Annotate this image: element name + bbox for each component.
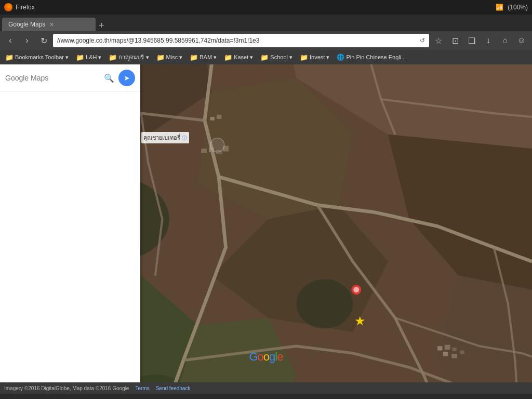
download-button[interactable]: ↓ bbox=[481, 33, 496, 48]
tab-close-button[interactable]: × bbox=[49, 20, 54, 29]
url-icons: ↺ bbox=[420, 37, 425, 44]
battery-icon: (100%) bbox=[508, 4, 528, 11]
tab-bar: Google Maps × + bbox=[0, 15, 532, 31]
maps-sidebar: 🔍 ➤ bbox=[0, 64, 140, 382]
bookmark-label: Bookmarks Toolbar ▾ bbox=[15, 54, 69, 61]
svg-rect-22 bbox=[437, 346, 443, 350]
imagery-credit: Imagery ©2016 DigitalGlobe, Map data ©20… bbox=[4, 385, 129, 391]
bookmark-misc[interactable]: 📁 Misc ▾ bbox=[153, 52, 186, 62]
folder-icon: 📁 bbox=[260, 54, 269, 61]
bookmark-kanchanaburi[interactable]: 📁 กาญจนบุรี ▾ bbox=[105, 51, 152, 63]
feedback-link[interactable]: Send feedback bbox=[156, 385, 191, 391]
svg-rect-16 bbox=[201, 149, 207, 153]
firefox-icon bbox=[4, 3, 12, 11]
pocket-button[interactable]: ❑ bbox=[464, 33, 479, 48]
statusbar: Imagery ©2016 DigitalGlobe, Map data ©20… bbox=[0, 382, 532, 394]
folder-icon: 📁 bbox=[156, 54, 165, 61]
active-tab[interactable]: Google Maps × bbox=[2, 18, 96, 31]
bookmark-label: L&H ▾ bbox=[86, 54, 101, 61]
reload-button[interactable]: ↻ bbox=[36, 33, 51, 48]
svg-point-33 bbox=[210, 138, 224, 152]
titlebar-title: Firefox bbox=[4, 3, 496, 11]
bookmark-label: Invest ▾ bbox=[310, 54, 329, 61]
bookmark-pinpin[interactable]: 🌐 Pin Pin Chinese Engli... bbox=[334, 52, 409, 62]
bookmark-label: Pin Pin Chinese Engli... bbox=[346, 54, 406, 60]
globe-icon: 🌐 bbox=[337, 54, 344, 61]
bookmark-bam[interactable]: 📁 BAM ▾ bbox=[187, 52, 220, 62]
statusbar-left: Imagery ©2016 DigitalGlobe, Map data ©20… bbox=[4, 385, 528, 391]
bookmark-kaset[interactable]: 📁 Kaset ▾ bbox=[221, 52, 256, 62]
reader-mode-button[interactable]: ⊡ bbox=[448, 33, 462, 48]
bookmark-label: School ▾ bbox=[270, 54, 292, 61]
bookmark-toolbar[interactable]: 📁 Bookmarks Toolbar ▾ bbox=[2, 52, 72, 62]
bookmark-label: BAM ▾ bbox=[200, 54, 217, 61]
folder-icon: 📁 bbox=[224, 54, 232, 61]
system-tray: 📶 (100%) bbox=[496, 4, 528, 11]
url-bar[interactable]: //www.google.co.th/maps/@13.945685,99.58… bbox=[53, 34, 429, 47]
folder-icon: 📁 bbox=[190, 54, 198, 61]
account-button[interactable]: ☺ bbox=[514, 33, 529, 48]
svg-rect-20 bbox=[210, 117, 215, 121]
forward-button[interactable]: › bbox=[20, 33, 34, 48]
folder-icon: 📁 bbox=[109, 54, 117, 61]
bookmark-school[interactable]: 📁 School ▾ bbox=[257, 52, 296, 62]
maps-container[interactable]: ★ 🔍 ➤ คุณชายเบเทอรี่ ⓘ Huai Nam Chon Pri… bbox=[0, 64, 532, 382]
folder-icon: 📁 bbox=[76, 54, 84, 61]
url-text: //www.google.co.th/maps/@13.945685,99.58… bbox=[57, 37, 417, 44]
titlebar-text: Firefox bbox=[16, 4, 35, 11]
bookmark-label: Kaset ▾ bbox=[234, 54, 253, 61]
search-input[interactable] bbox=[5, 74, 100, 82]
svg-rect-25 bbox=[443, 352, 448, 356]
svg-point-29 bbox=[353, 287, 359, 292]
svg-text:★: ★ bbox=[354, 314, 366, 328]
svg-rect-24 bbox=[453, 348, 457, 351]
network-icon: 📶 bbox=[496, 4, 503, 11]
bookmark-invest[interactable]: 📁 Invest ▾ bbox=[297, 52, 332, 62]
directions-button[interactable]: ➤ bbox=[118, 70, 135, 86]
svg-rect-27 bbox=[460, 350, 464, 354]
home-button[interactable]: ⌂ bbox=[498, 33, 512, 48]
bookmark-label: กาญจนบุรี ▾ bbox=[118, 52, 149, 62]
bookmark-label: Misc ▾ bbox=[166, 54, 183, 61]
back-button[interactable]: ‹ bbox=[3, 33, 18, 48]
svg-rect-21 bbox=[217, 115, 222, 119]
folder-icon: 📁 bbox=[300, 54, 308, 61]
folder-icon: 📁 bbox=[5, 54, 14, 61]
terms-link[interactable]: Terms bbox=[135, 385, 149, 391]
reload-icon[interactable]: ↺ bbox=[420, 37, 425, 44]
navbar: ‹ › ↻ //www.google.co.th/maps/@13.945685… bbox=[0, 31, 532, 50]
svg-point-15 bbox=[296, 279, 353, 328]
svg-rect-23 bbox=[445, 345, 450, 350]
bookmarks-bar: 📁 Bookmarks Toolbar ▾ 📁 L&H ▾ 📁 กาญจนบุร… bbox=[0, 50, 532, 64]
bookmark-lh[interactable]: 📁 L&H ▾ bbox=[73, 52, 104, 62]
new-tab-button[interactable]: + bbox=[99, 20, 104, 31]
search-icon[interactable]: 🔍 bbox=[104, 73, 114, 83]
bookmark-star-button[interactable]: ☆ bbox=[431, 33, 446, 48]
svg-rect-26 bbox=[451, 354, 457, 358]
search-box[interactable]: 🔍 ➤ bbox=[0, 64, 140, 92]
tab-label: Google Maps bbox=[8, 21, 45, 28]
titlebar: Firefox 📶 (100%) bbox=[0, 0, 532, 15]
